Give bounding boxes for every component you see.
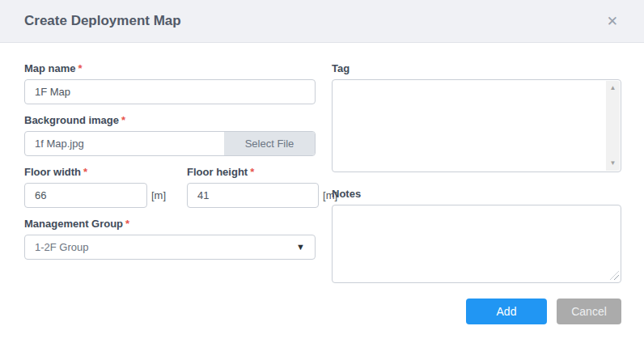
- notes-field-group: Notes: [332, 188, 621, 283]
- floor-height-input[interactable]: [187, 183, 319, 208]
- floor-width-label-text: Floor width: [24, 166, 81, 178]
- dialog-body: Map name* Background image* 1f Map.jpg S…: [0, 43, 644, 324]
- floor-dimensions-group: Floor width* [m] Floor height*: [24, 166, 316, 208]
- management-group-select[interactable]: 1-2F Group ▼: [24, 235, 316, 260]
- required-asterisk: *: [83, 166, 87, 178]
- management-group-label-text: Management Group: [24, 218, 123, 230]
- dialog-header: Create Deployment Map ✕: [0, 0, 644, 43]
- required-asterisk: *: [125, 218, 129, 230]
- tag-scrollbar[interactable]: ▲ ▼: [606, 81, 620, 171]
- map-name-field-group: Map name*: [24, 62, 316, 104]
- notes-label: Notes: [332, 188, 621, 200]
- create-deployment-map-dialog: Create Deployment Map ✕ Map name* Backgr…: [0, 0, 644, 343]
- close-icon[interactable]: ✕: [605, 13, 620, 30]
- dialog-actions: Add Cancel: [332, 299, 621, 324]
- required-asterisk: *: [78, 62, 83, 74]
- background-image-field-group: Background image* 1f Map.jpg Select File: [24, 114, 316, 156]
- add-button[interactable]: Add: [466, 299, 547, 324]
- notes-textarea[interactable]: [332, 205, 621, 283]
- background-image-label-text: Background image: [24, 114, 119, 126]
- scroll-down-icon[interactable]: ▼: [610, 156, 616, 171]
- required-asterisk: *: [121, 114, 125, 126]
- tag-field-group: Tag ▲ ▼: [332, 62, 621, 172]
- left-column: Map name* Background image* 1f Map.jpg S…: [24, 62, 316, 324]
- background-image-filename[interactable]: 1f Map.jpg: [25, 132, 224, 155]
- management-group-field-group: Management Group* 1-2F Group ▼: [24, 218, 316, 260]
- cancel-button[interactable]: Cancel: [557, 299, 621, 324]
- background-image-label: Background image*: [24, 114, 316, 126]
- map-name-label: Map name*: [24, 62, 316, 74]
- tag-listbox[interactable]: ▲ ▼: [332, 79, 621, 172]
- management-group-label: Management Group*: [24, 218, 316, 230]
- map-name-label-text: Map name: [24, 62, 76, 74]
- map-name-input[interactable]: [24, 79, 316, 104]
- right-column: Tag ▲ ▼ Notes Add Cancel: [332, 62, 621, 324]
- floor-width-input[interactable]: [24, 183, 147, 208]
- floor-width-label: Floor width*: [24, 166, 166, 178]
- management-group-selected-value: 1-2F Group: [35, 241, 88, 253]
- floor-height-field-group: Floor height* [m]: [187, 166, 337, 208]
- floor-width-field-group: Floor width* [m]: [24, 166, 166, 208]
- dropdown-arrow-icon: ▼: [296, 243, 305, 252]
- floor-height-label-text: Floor height: [187, 166, 248, 178]
- select-file-button[interactable]: Select File: [224, 132, 315, 155]
- tag-label: Tag: [332, 62, 621, 74]
- dialog-title: Create Deployment Map: [24, 13, 181, 29]
- scroll-up-icon[interactable]: ▲: [610, 81, 616, 95]
- background-image-filebox: 1f Map.jpg Select File: [24, 131, 316, 156]
- floor-height-label: Floor height*: [187, 166, 337, 178]
- required-asterisk: *: [250, 166, 254, 178]
- floor-width-unit: [m]: [151, 189, 166, 201]
